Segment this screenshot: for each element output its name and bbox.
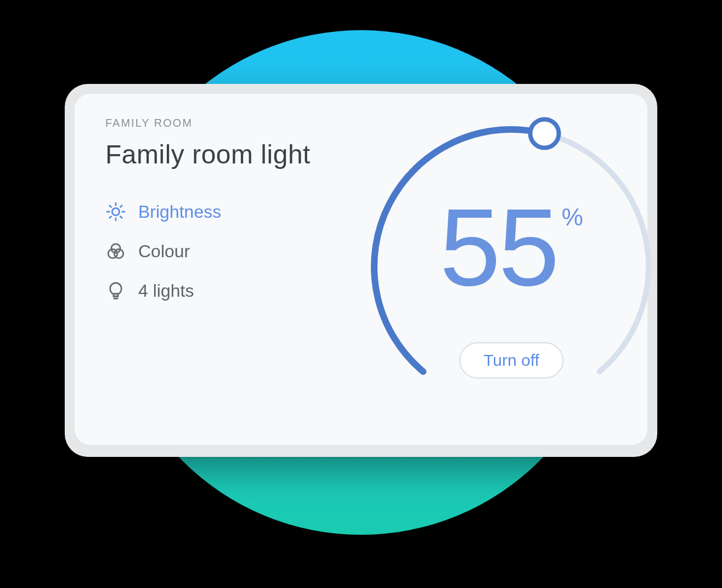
svg-line-7: [110, 217, 111, 218]
dial-value-readout: 55 %: [439, 193, 583, 302]
bulb-icon: [105, 280, 126, 301]
options-list: Brightness Colour: [105, 201, 341, 301]
brightness-dial[interactable]: 55 % Turn off: [352, 108, 670, 426]
svg-line-6: [120, 217, 122, 218]
option-brightness[interactable]: Brightness: [105, 201, 341, 222]
option-lights-label: 4 lights: [138, 281, 194, 301]
dial-value-number: 55: [439, 193, 557, 302]
device-title: Family room light: [105, 139, 341, 169]
brightness-icon: [105, 201, 126, 222]
dial-value-unit: %: [562, 203, 583, 231]
option-colour-label: Colour: [138, 241, 190, 262]
svg-line-8: [120, 206, 122, 207]
turn-off-button[interactable]: Turn off: [459, 342, 563, 378]
room-label: FAMILY ROOM: [105, 117, 341, 129]
option-brightness-label: Brightness: [138, 202, 221, 222]
svg-line-5: [110, 206, 111, 207]
right-column: 55 % Turn off: [352, 117, 670, 422]
dial-handle[interactable]: [530, 120, 559, 148]
left-column: FAMILY ROOM Family room light: [105, 117, 341, 422]
smart-display-frame: FAMILY ROOM Family room light: [65, 84, 657, 457]
option-colour[interactable]: Colour: [105, 241, 341, 262]
svg-point-0: [112, 208, 119, 215]
stage: FAMILY ROOM Family room light: [0, 0, 722, 588]
colour-icon: [105, 241, 126, 262]
option-lights[interactable]: 4 lights: [105, 280, 341, 301]
smart-display-screen: FAMILY ROOM Family room light: [75, 94, 647, 445]
